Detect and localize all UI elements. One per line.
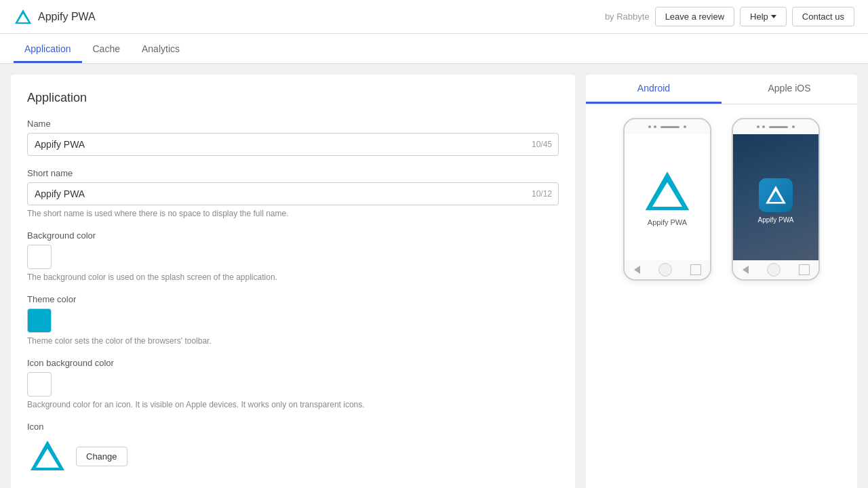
nav-tabs: Application Cache Analytics	[0, 34, 868, 64]
ios-dot-1	[757, 125, 760, 128]
name-input[interactable]	[27, 133, 559, 156]
brand-icon	[14, 7, 33, 26]
right-panel: Android Apple iOS	[586, 75, 857, 488]
ios-app-name: Appify PWA	[758, 216, 794, 224]
icon-label: Icon	[27, 422, 559, 432]
panel-title: Application	[27, 91, 559, 105]
tab-cache[interactable]: Cache	[82, 37, 131, 63]
leave-review-button[interactable]: Leave a review	[655, 7, 734, 26]
change-icon-button[interactable]: Change	[76, 447, 127, 466]
android-app-name: Appify PWA	[648, 218, 687, 226]
name-input-wrap: 10/45	[27, 133, 559, 156]
icon-bg-color-field-group: Icon background color Background color f…	[27, 358, 559, 409]
theme-color-swatch[interactable]	[27, 308, 52, 333]
icon-bg-color-hint: Background color for an icon. It is visi…	[27, 400, 559, 409]
ios-back-btn	[743, 266, 749, 274]
android-home-btn	[658, 263, 672, 277]
brand-name: Appify PWA	[38, 11, 96, 23]
left-panel: Application Name 10/45 Short name 10/12 …	[11, 75, 575, 488]
theme-color-field-group: Theme color Theme color sets the color o…	[27, 294, 559, 346]
preview-content: Appify PWA	[586, 104, 857, 294]
short-name-hint: The short name is used where there is no…	[27, 209, 559, 218]
android-status-bar	[625, 119, 710, 134]
android-bottom-bar	[625, 260, 710, 279]
help-button[interactable]: Help	[740, 7, 787, 26]
contact-us-button[interactable]: Contact us	[792, 7, 854, 26]
icon-row: Change	[27, 436, 559, 476]
ios-bottom-bar	[733, 260, 818, 279]
android-dot-1	[648, 125, 651, 128]
ios-screen: Appify PWA	[733, 134, 818, 260]
android-phone-frame: Appify PWA	[623, 118, 711, 281]
topbar: Appify PWA by Rabbyte Leave a review Hel…	[0, 0, 868, 34]
ios-speaker	[769, 126, 788, 128]
theme-color-hint: Theme color sets the color of the browse…	[27, 336, 559, 346]
preview-tab-ios[interactable]: Apple iOS	[722, 75, 857, 104]
android-dots	[648, 125, 656, 128]
short-name-char-count: 10/12	[532, 189, 552, 199]
bg-color-swatch[interactable]	[27, 245, 52, 269]
bg-color-label: Background color	[27, 230, 559, 241]
chevron-down-icon	[771, 15, 776, 18]
android-speaker	[660, 126, 679, 128]
short-name-input[interactable]	[27, 182, 559, 205]
android-back-btn	[634, 266, 640, 274]
name-char-count: 10/45	[532, 140, 552, 149]
ios-dot-2	[762, 125, 765, 128]
ios-dots	[757, 125, 765, 128]
icon-preview	[27, 436, 68, 476]
tab-application[interactable]: Application	[14, 37, 82, 63]
icon-bg-color-label: Icon background color	[27, 358, 559, 368]
android-screen: Appify PWA	[625, 134, 710, 260]
short-name-field-group: Short name 10/12 The short name is used …	[27, 168, 559, 218]
preview-tabs: Android Apple iOS	[586, 75, 857, 104]
brand-area: Appify PWA	[14, 7, 96, 26]
main-content: Application Name 10/45 Short name 10/12 …	[0, 64, 868, 488]
android-app-icon	[644, 168, 691, 216]
ios-home-btn	[767, 263, 781, 277]
ios-cam	[792, 125, 795, 128]
short-name-label: Short name	[27, 168, 559, 178]
name-field-group: Name 10/45	[27, 119, 559, 156]
ios-icon-bg	[759, 178, 793, 212]
android-recent-btn	[690, 264, 701, 275]
ios-phone: Appify PWA	[732, 118, 820, 281]
short-name-input-wrap: 10/12	[27, 182, 559, 205]
ios-phone-frame: Appify PWA	[732, 118, 820, 281]
android-dot-2	[654, 125, 656, 128]
bg-color-hint: The background color is used on the spla…	[27, 272, 559, 282]
icon-bg-color-swatch[interactable]	[27, 372, 52, 396]
preview-tab-android[interactable]: Android	[586, 75, 722, 104]
theme-color-label: Theme color	[27, 294, 559, 304]
tab-analytics[interactable]: Analytics	[131, 37, 191, 63]
ios-forward-btn	[799, 264, 810, 275]
icon-field-group: Icon Change	[27, 422, 559, 476]
app-icon-svg	[29, 438, 66, 474]
topbar-actions: by Rabbyte Leave a review Help Contact u…	[605, 7, 854, 26]
android-phone: Appify PWA	[623, 118, 711, 281]
ios-app-icon	[765, 184, 787, 206]
bg-color-field-group: Background color The background color is…	[27, 230, 559, 282]
ios-logo-area: Appify PWA	[758, 171, 794, 224]
android-cam	[684, 125, 686, 128]
by-label: by Rabbyte	[605, 12, 650, 22]
name-label: Name	[27, 119, 559, 129]
ios-status-bar	[733, 119, 818, 134]
